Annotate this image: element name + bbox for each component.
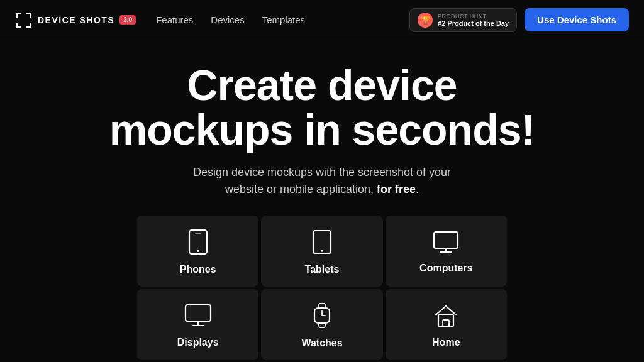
- computers-label: Computers: [419, 263, 472, 274]
- hero-title: Create devicemockups in seconds!: [13, 63, 631, 153]
- hero-section: Create devicemockups in seconds! Design …: [0, 40, 644, 362]
- product-hunt-label: PRODUCT HUNT: [438, 13, 509, 19]
- home-icon: [433, 304, 458, 331]
- navbar: DEVICE SHOTS 2.0 Features Devices Templa…: [0, 0, 644, 40]
- displays-label: Displays: [177, 337, 219, 348]
- watches-icon: [311, 303, 333, 331]
- product-hunt-text: PRODUCT HUNT #2 Product of the Day: [438, 13, 509, 27]
- device-card-watches[interactable]: Watches: [261, 289, 382, 360]
- displays-icon: [184, 304, 212, 331]
- computers-icon: [432, 231, 460, 256]
- phones-label: Phones: [180, 264, 216, 275]
- home-label: Home: [432, 337, 460, 348]
- device-card-home[interactable]: Home: [386, 289, 507, 360]
- nav-links: Features Devices Templates: [156, 14, 305, 26]
- logo[interactable]: DEVICE SHOTS 2.0: [15, 11, 136, 29]
- nav-item-templates[interactable]: Templates: [262, 14, 305, 26]
- version-badge: 2.0: [119, 15, 136, 25]
- phones-icon: [187, 229, 209, 258]
- svg-rect-24: [438, 315, 453, 326]
- svg-rect-16: [186, 305, 211, 321]
- device-card-phones[interactable]: Phones: [137, 216, 258, 287]
- svg-rect-7: [26, 26, 31, 28]
- nav-item-features[interactable]: Features: [156, 14, 193, 26]
- device-card-tablets[interactable]: Tablets: [261, 216, 382, 287]
- logo-text: DEVICE SHOTS: [38, 15, 114, 25]
- svg-rect-25: [443, 320, 449, 326]
- svg-rect-10: [195, 233, 201, 234]
- nav-item-devices[interactable]: Devices: [211, 14, 244, 26]
- hero-bold: for free: [377, 183, 416, 195]
- svg-rect-3: [30, 13, 31, 18]
- tablets-label: Tablets: [305, 264, 340, 275]
- device-card-computers[interactable]: Computers: [386, 216, 507, 287]
- nav-right: 🏆 PRODUCT HUNT #2 Product of the Day Use…: [409, 8, 629, 32]
- cta-button[interactable]: Use Device Shots: [525, 8, 629, 31]
- logo-icon: [15, 11, 33, 29]
- svg-rect-5: [16, 26, 21, 28]
- watches-label: Watches: [301, 337, 342, 349]
- device-card-displays[interactable]: Displays: [137, 289, 258, 360]
- hero-subtitle: Design device mockups with the screensho…: [13, 164, 631, 198]
- svg-rect-13: [434, 232, 458, 248]
- device-grid: Phones Tablets Computers: [127, 216, 517, 360]
- product-hunt-rank: #2 Product of the Day: [438, 19, 509, 27]
- nav-left: DEVICE SHOTS 2.0 Features Devices Templa…: [15, 11, 305, 29]
- svg-point-12: [321, 250, 323, 252]
- product-hunt-icon: 🏆: [418, 13, 433, 28]
- tablets-icon: [311, 229, 333, 258]
- svg-rect-1: [16, 13, 18, 18]
- product-hunt-badge[interactable]: 🏆 PRODUCT HUNT #2 Product of the Day: [409, 8, 517, 32]
- svg-point-9: [197, 250, 199, 252]
